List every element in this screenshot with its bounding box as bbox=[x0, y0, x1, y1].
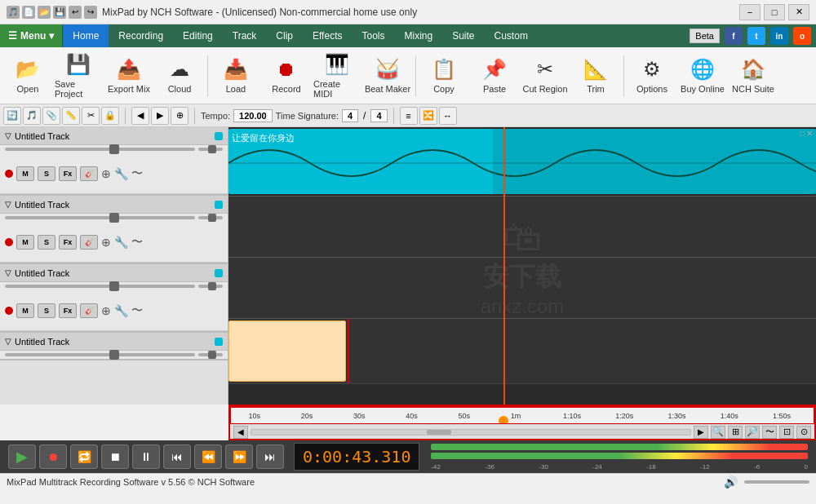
trim-button[interactable]: 📐 Trim bbox=[571, 50, 620, 102]
track-2-pan-slider[interactable] bbox=[198, 216, 223, 219]
track-1-settings-icon[interactable]: 🔧 bbox=[114, 167, 128, 180]
save-icon[interactable]: 💾 bbox=[53, 6, 66, 19]
go-end-button[interactable]: ⏭ bbox=[256, 444, 284, 469]
zoom-mark-button[interactable]: ⊡ bbox=[779, 426, 794, 439]
track-1-mute-button[interactable]: M bbox=[16, 166, 34, 181]
track-3-header[interactable]: ▽ Untitled Track bbox=[0, 264, 228, 282]
t2-btn-4[interactable]: 📏 bbox=[62, 107, 80, 125]
track-1-close-icon[interactable]: ✕ bbox=[806, 129, 813, 138]
track-3-pan-thumb[interactable] bbox=[208, 282, 216, 290]
track-2-instrument-button[interactable]: 🎸 bbox=[80, 235, 98, 250]
fast-forward-button[interactable]: ⏩ bbox=[225, 444, 253, 469]
linkedin-icon[interactable]: in bbox=[770, 27, 788, 45]
track-4-header[interactable]: ▽ Untitled Track bbox=[0, 333, 228, 351]
go-start-button[interactable]: ⏮ bbox=[163, 444, 191, 469]
rewind-button[interactable]: ⏪ bbox=[194, 444, 222, 469]
nch-suite-button[interactable]: 🏠 NCH Suite bbox=[729, 50, 778, 102]
t2-btn-3[interactable]: 📎 bbox=[42, 107, 60, 125]
other-social-icon[interactable]: o bbox=[793, 27, 811, 45]
track-4-volume-thumb[interactable] bbox=[109, 350, 119, 360]
track-1-volume-slider[interactable] bbox=[5, 148, 195, 151]
t2-btn-6[interactable]: 🔒 bbox=[101, 107, 119, 125]
timeline-ruler[interactable]: 10s 20s 30s 40s 50s 1m 1:10s 1:20s 1:30s… bbox=[230, 406, 814, 424]
track-1-expand-icon[interactable]: □ bbox=[800, 129, 805, 138]
tempo-value[interactable]: 120.00 bbox=[233, 109, 273, 122]
waveform-clip-4[interactable] bbox=[228, 321, 346, 382]
track-3-volume-slider[interactable] bbox=[5, 285, 195, 288]
save-project-button[interactable]: 💾 Save Project bbox=[54, 50, 103, 102]
new-icon[interactable]: 📄 bbox=[22, 6, 35, 19]
track-1-mixer-icon[interactable]: ⊕ bbox=[101, 167, 111, 180]
track-1-fx-button[interactable]: Fx bbox=[59, 166, 77, 181]
twitter-icon[interactable]: t bbox=[747, 27, 765, 45]
tab-effects[interactable]: Effects bbox=[303, 24, 352, 47]
buy-online-button[interactable]: 🌐 Buy Online bbox=[678, 50, 727, 102]
track-2-settings-icon[interactable]: 🔧 bbox=[114, 236, 128, 249]
track-2-pan-thumb[interactable] bbox=[208, 214, 216, 222]
tab-home[interactable]: Home bbox=[63, 24, 109, 47]
tab-track[interactable]: Track bbox=[223, 24, 267, 47]
track-1-solo-button[interactable]: S bbox=[38, 166, 55, 181]
t2-btn-5[interactable]: ✂ bbox=[82, 107, 100, 125]
zoom-wave-button[interactable]: 〜 bbox=[762, 426, 777, 439]
track-1-pan-slider[interactable] bbox=[198, 148, 223, 151]
track-1-volume-thumb[interactable] bbox=[109, 144, 119, 154]
t2-btn-11[interactable]: 🔀 bbox=[419, 107, 437, 125]
time-sig-num[interactable]: 4 bbox=[342, 109, 358, 122]
speaker-icon[interactable]: 🔊 bbox=[724, 475, 738, 489]
record-button[interactable]: ⏺ Record bbox=[262, 50, 311, 102]
track-2-volume-slider[interactable] bbox=[5, 216, 195, 219]
beta-button[interactable]: Beta bbox=[690, 29, 720, 43]
t2-btn-12[interactable]: ↔ bbox=[439, 107, 457, 125]
play-button[interactable]: ▶ bbox=[8, 444, 36, 469]
tab-editing[interactable]: Editing bbox=[173, 24, 223, 47]
track-3-instrument-button[interactable]: 🎸 bbox=[80, 303, 98, 318]
facebook-icon[interactable]: f bbox=[725, 27, 743, 45]
track-1-rec-button[interactable] bbox=[5, 170, 13, 178]
track-3-wave-icon[interactable]: 〜 bbox=[131, 303, 143, 318]
track-1-wave-icon[interactable]: 〜 bbox=[131, 166, 143, 181]
zoom-extra-button[interactable]: ⊙ bbox=[796, 426, 811, 439]
track-4-pan-slider[interactable] bbox=[198, 353, 223, 356]
track-3-rec-button[interactable] bbox=[5, 307, 13, 315]
scroll-right-button[interactable]: ▶ bbox=[694, 426, 708, 439]
track-3-fx-button[interactable]: Fx bbox=[59, 303, 77, 318]
scroll-thumb[interactable] bbox=[427, 430, 451, 435]
load-button[interactable]: 📥 Load bbox=[211, 50, 260, 102]
track-3-solo-button[interactable]: S bbox=[38, 303, 55, 318]
track-3-settings-icon[interactable]: 🔧 bbox=[114, 304, 128, 317]
menu-button[interactable]: ☰ Menu ▾ bbox=[0, 24, 63, 47]
tab-mixing[interactable]: Mixing bbox=[394, 24, 442, 47]
maximize-button[interactable]: □ bbox=[764, 4, 785, 20]
tab-suite[interactable]: Suite bbox=[442, 24, 484, 47]
pause-button[interactable]: ⏸ bbox=[132, 444, 160, 469]
track-2-fx-button[interactable]: Fx bbox=[59, 235, 77, 250]
t2-btn-8[interactable]: ▶ bbox=[151, 107, 169, 125]
track-4-volume-slider[interactable] bbox=[5, 353, 195, 356]
track-4-pan-thumb[interactable] bbox=[208, 351, 216, 359]
open-button[interactable]: 📂 Open bbox=[3, 50, 52, 102]
track-1-pan-thumb[interactable] bbox=[208, 145, 216, 153]
paste-button[interactable]: 📌 Paste bbox=[470, 50, 519, 102]
track-2-mixer-icon[interactable]: ⊕ bbox=[101, 236, 111, 249]
track-3-mute-button[interactable]: M bbox=[16, 303, 34, 318]
track-1-header[interactable]: ▽ Untitled Track bbox=[0, 127, 228, 145]
minimize-button[interactable]: − bbox=[739, 4, 761, 20]
cut-region-button[interactable]: ✂ Cut Region bbox=[521, 50, 570, 102]
export-mix-button[interactable]: 📤 Export Mix bbox=[104, 50, 153, 102]
close-button[interactable]: ✕ bbox=[788, 4, 809, 20]
loop-button[interactable]: 🔁 bbox=[70, 444, 98, 469]
tab-tools[interactable]: Tools bbox=[352, 24, 394, 47]
t2-btn-10[interactable]: ≡ bbox=[400, 107, 418, 125]
open-file-icon[interactable]: 📂 bbox=[38, 6, 51, 19]
transport-rec-button[interactable]: ⏺ bbox=[39, 444, 67, 469]
t2-btn-9[interactable]: ⊕ bbox=[171, 107, 188, 125]
tab-custom[interactable]: Custom bbox=[485, 24, 538, 47]
track-3-pan-slider[interactable] bbox=[198, 285, 223, 288]
volume-slider[interactable] bbox=[744, 480, 809, 484]
waveform-clip-1[interactable]: 让爱留在你身边 bbox=[228, 129, 816, 194]
tab-recording[interactable]: Recording bbox=[109, 24, 173, 47]
track-2-wave-icon[interactable]: 〜 bbox=[131, 235, 143, 250]
playhead-marker[interactable] bbox=[499, 416, 508, 424]
track-1-instrument-button[interactable]: 🎸 bbox=[80, 166, 98, 181]
